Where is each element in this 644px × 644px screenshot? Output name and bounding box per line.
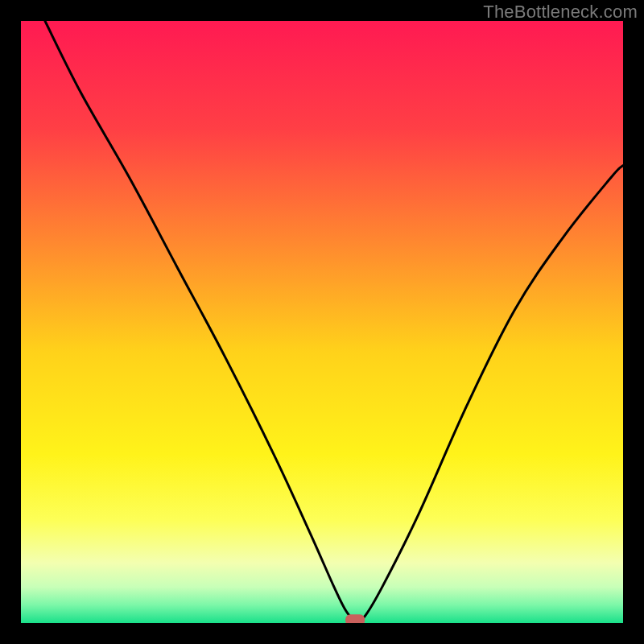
watermark-text: TheBottleneck.com <box>483 2 638 23</box>
gradient-background <box>21 21 623 623</box>
bottleneck-chart <box>21 21 623 623</box>
plot-frame <box>21 21 623 623</box>
optimum-marker <box>345 614 365 623</box>
chart-container: TheBottleneck.com <box>0 0 644 644</box>
